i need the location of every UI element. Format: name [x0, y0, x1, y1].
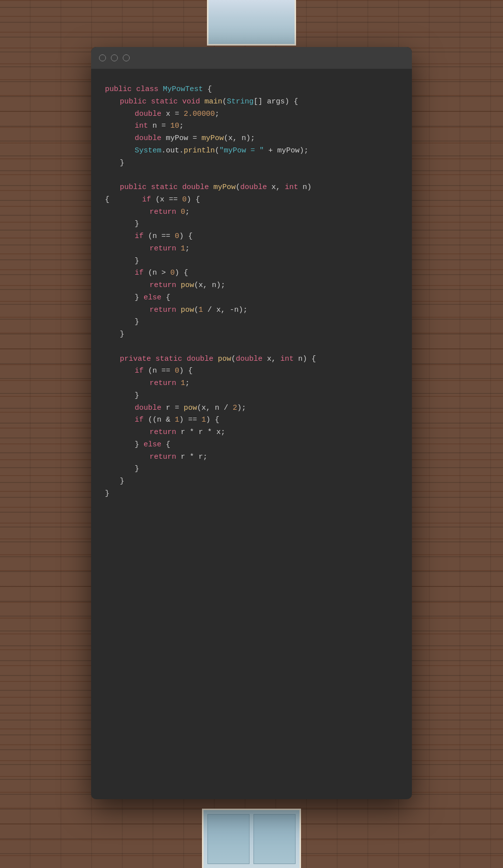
- bottom-window: [202, 809, 301, 868]
- line-2: public static void main(String[] args) {: [105, 96, 398, 108]
- line-14: }: [105, 255, 398, 268]
- minimize-button[interactable]: [111, 54, 118, 61]
- line-27: return r * r * x;: [105, 427, 398, 439]
- line-25: double r = pow(x, n / 2);: [105, 402, 398, 415]
- line-6: System.out.println("myPow = " + myPow);: [105, 145, 398, 157]
- line-15: if (n > 0) {: [105, 267, 398, 280]
- line-4: int n = 10;: [105, 120, 398, 133]
- bottom-window-pane-right: [253, 814, 296, 864]
- line-3: double x = 2.00000;: [105, 108, 398, 121]
- line-20: }: [105, 329, 398, 341]
- bottom-window-pane-left: [207, 814, 250, 864]
- line-5: double myPow = myPow(x, n);: [105, 133, 398, 145]
- editor-window: public class MyPowTest { public static v…: [91, 47, 412, 799]
- line-32: }: [105, 488, 398, 500]
- line-12: if (n == 0) {: [105, 231, 398, 243]
- code-editor[interactable]: public class MyPowTest { public static v…: [91, 69, 412, 525]
- line-blank-2: [105, 341, 398, 353]
- line-1: public class MyPowTest {: [105, 84, 398, 96]
- line-16: return pow(x, n);: [105, 280, 398, 292]
- line-30: }: [105, 463, 398, 476]
- line-26: if ((n & 1) == 1) {: [105, 414, 398, 427]
- line-11: }: [105, 218, 398, 231]
- line-19: }: [105, 316, 398, 329]
- line-10: return 0;: [105, 206, 398, 219]
- line-13: return 1;: [105, 243, 398, 255]
- line-28: } else {: [105, 439, 398, 451]
- line-23: return 1;: [105, 378, 398, 390]
- line-29: return r * r;: [105, 451, 398, 464]
- line-17: } else {: [105, 292, 398, 304]
- top-window: [207, 0, 296, 46]
- line-18: return pow(1 / x, -n);: [105, 304, 398, 317]
- line-22: if (n == 0) {: [105, 365, 398, 378]
- line-7: }: [105, 157, 398, 170]
- maximize-button[interactable]: [123, 54, 130, 61]
- line-31: }: [105, 476, 398, 488]
- line-24: }: [105, 390, 398, 402]
- close-button[interactable]: [99, 54, 106, 61]
- line-9: { if (x == 0) {: [105, 194, 398, 206]
- title-bar: [91, 47, 412, 69]
- line-blank-1: [105, 169, 398, 182]
- line-8: public static double myPow(double x, int…: [105, 182, 398, 194]
- line-21: private static double pow(double x, int …: [105, 353, 398, 366]
